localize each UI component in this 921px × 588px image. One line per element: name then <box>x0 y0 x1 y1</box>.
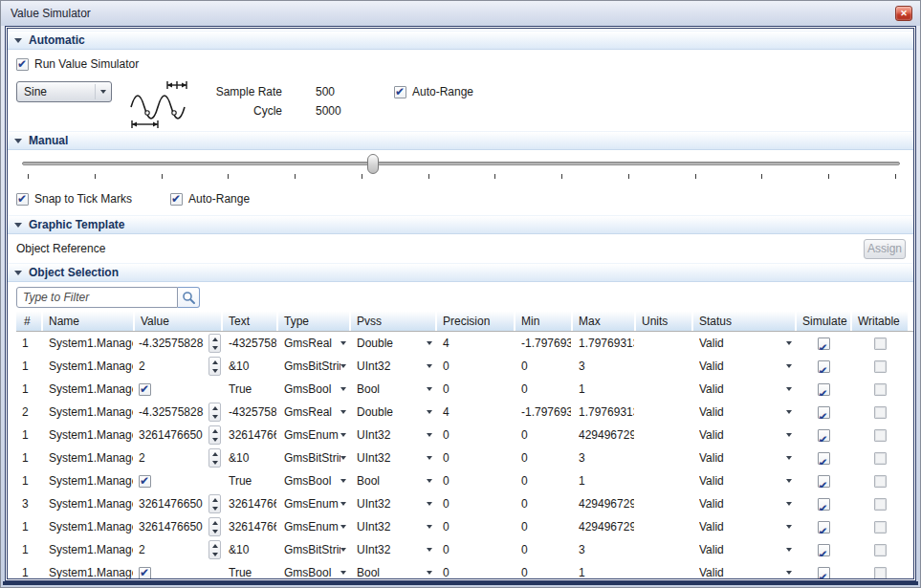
spinner-up-icon[interactable] <box>209 358 220 366</box>
value-text[interactable]: 2 <box>139 543 208 556</box>
value-text[interactable]: 3261476650 <box>139 428 208 442</box>
waveform-select[interactable]: Sine <box>16 81 112 102</box>
spinner-down-icon[interactable] <box>209 412 220 421</box>
cell-status-dropdown[interactable]: Valid <box>693 492 795 515</box>
cell-status-dropdown[interactable]: Valid <box>693 332 795 355</box>
auto-range-checkbox-manual[interactable] <box>170 193 183 206</box>
search-button[interactable] <box>178 287 200 308</box>
cell-type-dropdown[interactable]: GmsBool <box>278 469 349 492</box>
value-spinner[interactable] <box>208 334 221 353</box>
assign-button[interactable]: Assign <box>864 239 906 259</box>
value-checkbox[interactable] <box>139 383 151 396</box>
manual-value-slider-track[interactable] <box>22 162 900 165</box>
writable-checkbox[interactable] <box>874 360 887 373</box>
cell-pvss-dropdown[interactable]: UInt32 <box>351 492 435 515</box>
table-row[interactable]: 1System1.Managen32614766503261476650GmsE… <box>16 424 913 446</box>
writable-checkbox[interactable] <box>874 498 887 511</box>
cell-pvss-dropdown[interactable]: UInt32 <box>351 538 435 561</box>
spinner-down-icon[interactable] <box>209 366 220 375</box>
cell-type-dropdown[interactable]: GmsEnum <box>278 424 349 446</box>
column-header-name[interactable]: Name <box>43 312 133 331</box>
value-text[interactable]: 2 <box>139 359 208 373</box>
cell-pvss-dropdown[interactable]: Bool <box>351 469 435 492</box>
value-spinner[interactable] <box>208 448 221 468</box>
value-text[interactable]: 3261476650 <box>139 520 208 534</box>
cell-status-dropdown[interactable]: Valid <box>693 515 795 538</box>
run-value-simulator-checkbox[interactable] <box>16 58 29 71</box>
snap-to-tick-marks-checkbox[interactable] <box>16 193 29 206</box>
writable-checkbox[interactable] <box>874 475 887 488</box>
writable-checkbox[interactable] <box>874 406 887 419</box>
cell-type-dropdown[interactable]: GmsBitString <box>278 538 349 561</box>
cell-status-dropdown[interactable]: Valid <box>693 538 795 561</box>
spinner-up-icon[interactable] <box>209 403 220 412</box>
writable-checkbox[interactable] <box>874 452 887 465</box>
column-header-value[interactable]: Value <box>135 312 221 331</box>
value-text[interactable]: -4.32575828 <box>139 405 208 419</box>
writable-checkbox[interactable] <box>874 544 887 556</box>
simulate-checkbox[interactable] <box>818 521 830 534</box>
spinner-down-icon[interactable] <box>209 550 220 558</box>
column-header-num[interactable]: # <box>16 312 41 331</box>
table-row[interactable]: 1System1.Managen-4.32575828-43257582GmsR… <box>16 332 913 355</box>
section-header-automatic[interactable]: Automatic <box>8 31 913 50</box>
cell-status-dropdown[interactable]: Valid <box>693 424 795 446</box>
cell-pvss-dropdown[interactable]: Bool <box>351 561 435 579</box>
column-header-writable[interactable]: Writable <box>852 312 908 331</box>
cell-pvss-dropdown[interactable]: UInt32 <box>351 515 435 538</box>
writable-checkbox[interactable] <box>874 338 887 350</box>
spinner-up-icon[interactable] <box>209 541 220 550</box>
value-text[interactable]: 2 <box>139 451 208 465</box>
cell-pvss-dropdown[interactable]: Double <box>351 332 435 355</box>
cell-status-dropdown[interactable]: Valid <box>693 401 795 424</box>
column-header-min[interactable]: Min <box>515 312 571 331</box>
cell-type-dropdown[interactable]: GmsEnum <box>278 515 349 538</box>
cell-pvss-dropdown[interactable]: Bool <box>351 378 435 401</box>
column-header-max[interactable]: Max <box>573 312 634 331</box>
cell-type-dropdown[interactable]: GmsReal <box>278 401 349 424</box>
column-header-pvss[interactable]: Pvss <box>351 312 435 331</box>
cell-status-dropdown[interactable]: Valid <box>693 446 795 469</box>
cell-type-dropdown[interactable]: GmsBool <box>278 561 349 579</box>
value-text[interactable]: 3261476650 <box>139 497 208 511</box>
simulate-checkbox[interactable] <box>818 498 830 511</box>
column-header-type[interactable]: Type <box>278 312 349 331</box>
value-spinner[interactable] <box>208 425 221 445</box>
writable-checkbox[interactable] <box>874 521 887 534</box>
table-row[interactable]: 1System1.Managen2&10GmsBitStringUInt3200… <box>16 538 913 561</box>
table-row[interactable]: 1System1.ManagenTrueGmsBoolBool001Valid <box>16 469 913 492</box>
table-row[interactable]: 3System1.Managen32614766503261476650GmsE… <box>16 492 913 515</box>
value-spinner[interactable] <box>208 494 221 513</box>
auto-range-checkbox-automatic[interactable] <box>394 86 406 98</box>
cell-pvss-dropdown[interactable]: UInt32 <box>351 446 435 469</box>
cell-type-dropdown[interactable]: GmsEnum <box>278 492 349 515</box>
simulate-checkbox[interactable] <box>818 406 830 419</box>
section-header-graphic-template[interactable]: Graphic Template <box>8 215 913 234</box>
table-row[interactable]: 1System1.Managen2&10GmsBitStringUInt3200… <box>16 355 913 378</box>
cell-pvss-dropdown[interactable]: UInt32 <box>351 424 435 446</box>
table-row[interactable]: 1System1.ManagenTrueGmsBoolBool001Valid <box>16 561 913 579</box>
writable-checkbox[interactable] <box>874 383 887 396</box>
filter-input[interactable] <box>16 287 178 308</box>
close-icon[interactable]: ✕ <box>895 6 912 21</box>
cell-type-dropdown[interactable]: GmsBitString <box>278 446 349 469</box>
spinner-down-icon[interactable] <box>209 343 220 352</box>
value-text[interactable]: -4.32575828 <box>139 337 208 350</box>
writable-checkbox[interactable] <box>874 429 887 442</box>
column-header-simulate[interactable]: Simulate <box>797 312 850 331</box>
spinner-down-icon[interactable] <box>209 435 220 444</box>
cell-pvss-dropdown[interactable]: Double <box>351 401 435 424</box>
cell-status-dropdown[interactable]: Valid <box>693 378 795 401</box>
table-row[interactable]: 1System1.Managen2&10GmsBitStringUInt3200… <box>16 446 913 469</box>
value-spinner[interactable] <box>208 357 221 376</box>
cell-status-dropdown[interactable]: Valid <box>693 355 795 378</box>
spinner-up-icon[interactable] <box>209 495 220 504</box>
manual-value-slider-handle[interactable] <box>367 154 379 174</box>
value-checkbox[interactable] <box>139 567 151 579</box>
spinner-up-icon[interactable] <box>209 426 220 435</box>
simulate-checkbox[interactable] <box>818 429 830 442</box>
table-row[interactable]: 1System1.ManagenTrueGmsBoolBool001Valid <box>16 378 913 401</box>
spinner-up-icon[interactable] <box>209 335 220 343</box>
cell-status-dropdown[interactable]: Valid <box>693 561 795 579</box>
cell-type-dropdown[interactable]: GmsBitString <box>278 355 349 378</box>
